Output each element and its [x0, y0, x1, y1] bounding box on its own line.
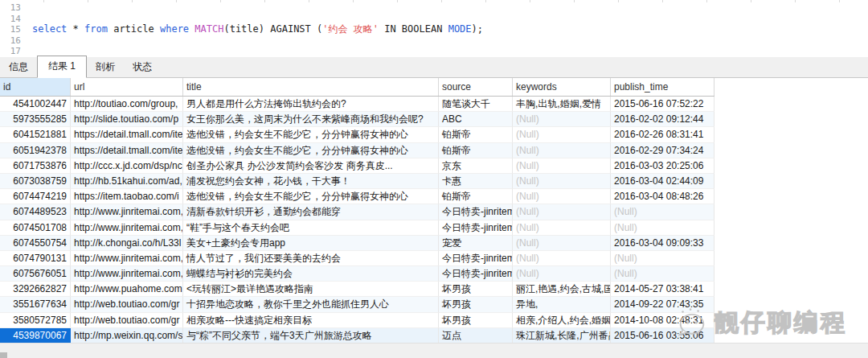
tab-result-1[interactable]: 结果 1 [37, 56, 87, 78]
table-cell[interactable]: <玩转丽江>最详艳遇攻略指南 [183, 282, 439, 297]
table-cell[interactable]: http://hb.51kahui.com/ad, [71, 174, 183, 189]
table-cell[interactable]: http://web.toutiao.com/gr [71, 297, 183, 312]
table-cell[interactable]: http://www.jinritemai.com, [71, 220, 183, 236]
table-cell[interactable]: 4541002447 [0, 97, 71, 112]
table-cell[interactable]: 卡惠 [439, 174, 513, 189]
table-cell[interactable]: 2014-10-08 02:48:31 [611, 313, 714, 328]
table-cell[interactable]: “鞋”手与这个春天约会吧 [183, 220, 439, 236]
table-cell[interactable]: 相亲,介绍人,约会,婚姻,爱情 [513, 313, 611, 328]
table-cell[interactable]: 6074501708 [0, 220, 71, 236]
table-cell[interactable]: 迈点 [439, 328, 513, 344]
table-cell[interactable]: 京东 [439, 158, 513, 174]
table-cell[interactable]: 2016-02-29 07:34:24 [611, 143, 714, 158]
table-cell[interactable]: http://web.toutiao.com/gr [71, 313, 183, 328]
table-cell[interactable]: (Null) [611, 220, 714, 236]
table-cell[interactable]: 2014-09-22 07:43:35 [611, 297, 714, 312]
table-cell[interactable]: 5973555285 [0, 112, 71, 127]
table-cell[interactable]: 选他没错，约会女生不能少它，分分钟赢得女神的心 [183, 127, 439, 142]
column-header-keywords[interactable]: keywords [513, 78, 611, 96]
table-cell[interactable]: 宠爱 [439, 236, 513, 251]
table-cell[interactable]: 十招异地恋攻略，教你千里之外也能抓住男人心 [183, 297, 439, 312]
table-cell[interactable]: 今日特卖-jinritema [439, 220, 513, 236]
table-cell[interactable]: 情人节过了，我们还要美美的去约会 [183, 251, 439, 266]
table-cell[interactable]: (Null) [513, 174, 611, 189]
column-header-id[interactable]: id [0, 78, 71, 96]
table-cell[interactable]: 铂斯帝 [439, 143, 513, 158]
table-cell[interactable]: 选他没错，约会女生不能少它，分分钟赢得女神的心 [183, 189, 439, 204]
table-cell[interactable]: (Null) [513, 127, 611, 142]
table-cell[interactable]: 6051942378 [0, 143, 71, 158]
table-cell[interactable]: 3580572785 [0, 313, 71, 328]
table-cell[interactable]: 4539870067 [0, 328, 71, 344]
table-cell[interactable]: 6075676051 [0, 266, 71, 282]
table-cell[interactable]: 今日特卖-jinritema [439, 266, 513, 282]
table-cell[interactable]: (Null) [513, 220, 611, 236]
column-header-source[interactable]: source [439, 78, 513, 96]
tab-status[interactable]: 状态 [124, 58, 161, 77]
table-cell[interactable]: (Null) [513, 112, 611, 127]
table-cell[interactable]: 3551677634 [0, 297, 71, 312]
table-cell[interactable]: 丽江,艳遇,约会,古城,国内游 [513, 282, 611, 297]
table-cell[interactable]: 6073038759 [0, 174, 71, 189]
table-cell[interactable]: 6074550754 [0, 236, 71, 251]
table-cell[interactable]: 2015-06-16 07:52:22 [611, 97, 714, 112]
table-cell[interactable]: 美女+土豪约会专用app [183, 236, 439, 251]
editor-line[interactable]: 14 [0, 14, 868, 25]
editor-line[interactable]: 15select * from article where MATCH(titl… [0, 24, 868, 35]
editor-line[interactable]: 16 [0, 35, 868, 47]
table-cell[interactable]: http://www.jinritemai.com, [71, 204, 183, 220]
table-cell[interactable]: http://mp.weixin.qq.com/s [71, 328, 183, 344]
table-cell[interactable]: 6074790131 [0, 251, 71, 266]
table-cell[interactable]: 铂斯帝 [439, 127, 513, 142]
horizontal-scrollbar[interactable] [0, 343, 868, 358]
table-cell[interactable]: 珠江新城,长隆,广州番禺,广州 [513, 328, 611, 344]
table-cell[interactable]: (Null) [611, 204, 714, 220]
table-cell[interactable]: http://ccc.x.jd.com/dsp/nc [71, 158, 183, 174]
table-cell[interactable]: 2015-06-16 03:55:06 [611, 328, 714, 344]
table-cell[interactable]: https://detail.tmall.com/ite [71, 143, 183, 158]
table-cell[interactable]: 女王你那么美，这周末为什么不来紫峰商场和我约会呢? [183, 112, 439, 127]
table-cell[interactable]: 随笔谈大千 [439, 97, 513, 112]
table-cell[interactable]: 6074474219 [0, 189, 71, 204]
table-cell[interactable]: 2016-03-04 08:48:26 [611, 189, 714, 204]
table-cell[interactable]: 2014-05-27 03:38:41 [611, 282, 714, 297]
table-cell[interactable]: ABC [439, 112, 513, 127]
table-cell[interactable]: (Null) [513, 204, 611, 220]
column-header-publish_time[interactable]: publish_time [611, 78, 714, 96]
table-cell[interactable]: 相亲攻略---快速搞定相亲目标 [183, 313, 439, 328]
table-cell[interactable]: 6041521881 [0, 127, 71, 142]
table-cell[interactable]: (Null) [611, 266, 714, 282]
table-cell[interactable]: 浦发祝您约会女神，花小钱，干大事！ [183, 174, 439, 189]
table-cell[interactable]: http://slide.toutiao.com/p [71, 112, 183, 127]
table-cell[interactable]: 2016-03-04 02:44:09 [611, 174, 714, 189]
table-cell[interactable]: http://toutiao.com/group, [71, 97, 183, 112]
editor-line[interactable]: 17 [0, 46, 868, 57]
tab-message[interactable]: 信息 [0, 58, 37, 77]
editor-line[interactable]: 13 [0, 2, 868, 14]
table-cell[interactable]: 2016-02-26 08:31:41 [611, 127, 714, 142]
table-cell[interactable]: https://item.taobao.com/i [71, 189, 183, 204]
sql-editor[interactable]: 131415select * from article where MATCH(… [0, 2, 868, 57]
tab-profile[interactable]: 剖析 [87, 58, 124, 77]
table-cell[interactable]: (Null) [611, 251, 714, 266]
table-cell[interactable]: 铂斯帝 [439, 189, 513, 204]
table-cell[interactable]: (Null) [513, 251, 611, 266]
scrollbar-thumb[interactable] [0, 352, 7, 358]
table-cell[interactable]: 3292662827 [0, 282, 71, 297]
table-cell[interactable]: 2016-03-04 09:09:33 [611, 236, 714, 251]
table-cell[interactable]: 清新春款针织开衫，通勤约会都能穿 [183, 204, 439, 220]
table-cell[interactable]: 丰胸,出轨,婚姻,爱情 [513, 97, 611, 112]
table-cell[interactable]: 今日特卖-jinritema [439, 204, 513, 220]
table-cell[interactable]: (Null) [513, 266, 611, 282]
table-cell[interactable]: 与“粽”不同父亲节，端午3天广州旅游总攻略 [183, 328, 439, 344]
table-cell[interactable]: 创圣办公家具 办公沙发简约会客沙发 商务真皮... [183, 158, 439, 174]
table-cell[interactable]: http://www.jinritemai.com, [71, 251, 183, 266]
table-cell[interactable]: 2016-03-03 20:25:06 [611, 158, 714, 174]
table-cell[interactable]: (Null) [513, 158, 611, 174]
table-cell[interactable]: 6071753876 [0, 158, 71, 174]
table-cell[interactable]: 坏男孩 [439, 297, 513, 312]
table-cell[interactable]: https://detail.tmall.com/ite [71, 127, 183, 142]
table-cell[interactable]: http://www.puahome.com [71, 282, 183, 297]
table-cell[interactable]: (Null) [513, 236, 611, 251]
table-cell[interactable]: http://k.chongai.co/h/L33l [71, 236, 183, 251]
